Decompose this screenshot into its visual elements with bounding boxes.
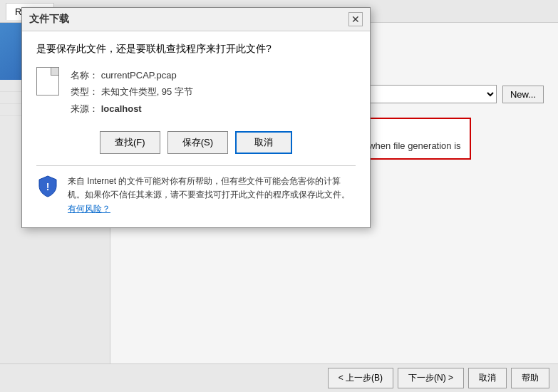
file-name-value: currentPCAP.pcap [101,70,177,81]
dialog-titlebar: 文件下载 ✕ [22,8,370,31]
file-details: 名称： currentPCAP.pcap 类型： 未知文件类型, 95 字节 来… [71,67,193,117]
file-type-label: 类型： [71,86,98,97]
svg-text:!: ! [46,181,50,192]
next-button[interactable]: 下一步(N) > [398,368,464,388]
find-button[interactable]: 查找(F) [100,131,160,154]
shield-icon: ! [36,175,59,197]
back-button[interactable]: < 上一步(B) [328,368,393,388]
warning-text-content: 来自 Internet 的文件可能对你有所帮助，但有些文件可能会危害你的计算机。… [68,175,356,216]
dialog-close-button[interactable]: ✕ [348,12,363,26]
file-source-row: 来源： localhost [71,100,193,117]
bottom-bar: < 上一步(B) 下一步(N) > 取消 帮助 [0,363,558,392]
dialog-actions: 查找(F) 保存(S) 取消 [36,131,356,154]
file-source-label: 来源： [71,103,98,114]
main-window: Record LoMi t: Disconnect mote machine b… [0,0,558,392]
file-name-label: 名称： [71,70,98,81]
save-button[interactable]: 保存(S) [167,131,228,154]
dialog-title: 文件下载 [29,13,69,26]
file-name-row: 名称： currentPCAP.pcap [71,67,193,83]
file-type-value: 未知文件类型, 95 字节 [101,86,193,97]
file-info-area: 名称： currentPCAP.pcap 类型： 未知文件类型, 95 字节 来… [36,67,356,117]
file-doc-icon [36,67,59,96]
help-button[interactable]: 帮助 [511,368,549,388]
new-button[interactable]: New... [502,86,544,103]
cancel-nav-button[interactable]: 取消 [468,368,507,388]
file-source-value: localhost [101,103,142,114]
warning-main-text: 来自 Internet 的文件可能对你有所帮助，但有些文件可能会危害你的计算机。… [68,176,350,200]
dialog-cancel-button[interactable]: 取消 [235,131,292,154]
dialog-question: 是要保存此文件，还是要联机查找程序来打开此文件? [36,43,356,56]
file-download-dialog: 文件下载 ✕ 是要保存此文件，还是要联机查找程序来打开此文件? 名称： curr… [21,7,371,228]
dialog-body: 是要保存此文件，还是要联机查找程序来打开此文件? 名称： currentPCAP… [22,31,370,227]
dialog-warning: ! 来自 Internet 的文件可能对你有所帮助，但有些文件可能会危害你的计算… [36,165,356,216]
file-type-row: 类型： 未知文件类型, 95 字节 [71,83,193,100]
warning-link[interactable]: 有何风险？ [68,204,110,214]
